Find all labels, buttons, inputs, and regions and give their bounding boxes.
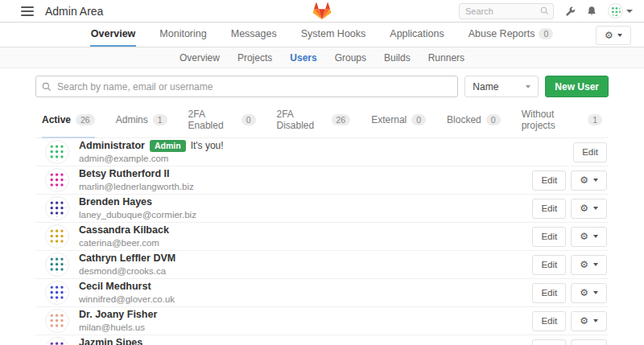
edit-button[interactable]: Edit [532, 283, 566, 303]
user-actions-dropdown-button[interactable]: ⚙ [571, 311, 607, 331]
user-email: milan@huels.us [79, 322, 157, 333]
avatar [45, 196, 69, 220]
chevron-down-icon [593, 319, 598, 322]
notifications-bell-icon[interactable] [586, 6, 597, 17]
user-actions-dropdown-button[interactable]: ⚙ [571, 339, 607, 345]
edit-button[interactable]: Edit [532, 339, 566, 345]
overview-subnav: Overview Projects Users Groups Builds Ru… [0, 47, 644, 68]
subnav-overview[interactable]: Overview [180, 52, 220, 64]
new-user-button[interactable]: New User [545, 76, 609, 97]
user-name[interactable]: Betsy Rutherford II [79, 168, 170, 181]
user-name[interactable]: Cathryn Leffler DVM [79, 253, 175, 265]
avatar [45, 168, 69, 192]
gear-icon: ⚙ [580, 232, 588, 241]
settings-dropdown-button[interactable]: ⚙ [596, 26, 631, 45]
filter-blocked[interactable]: Blocked 0 [447, 105, 501, 138]
user-email: caterina@beer.com [79, 237, 169, 248]
admin-wrench-icon[interactable] [564, 6, 576, 17]
tab-messages[interactable]: Messages [230, 23, 278, 47]
user-name[interactable]: Cecil Medhurst [79, 281, 151, 294]
user-email: laney_dubuque@cormier.biz [79, 209, 196, 220]
chevron-down-icon [593, 207, 598, 210]
hamburger-menu-icon[interactable] [21, 6, 34, 16]
count-badge: 0 [242, 114, 256, 125]
edit-button[interactable]: Edit [532, 255, 566, 275]
count-badge: 0 [411, 114, 426, 125]
filter-2fa-enabled[interactable]: 2FA Enabled 0 [188, 105, 256, 138]
gear-icon: ⚙ [580, 203, 588, 213]
gear-icon: ⚙ [580, 175, 588, 185]
page-title: Admin Area [45, 5, 103, 18]
chevron-down-icon [626, 10, 633, 13]
filter-2fa-disabled[interactable]: 2FA Disabled 26 [277, 105, 351, 138]
edit-button[interactable]: Edit [532, 170, 566, 191]
subnav-builds[interactable]: Builds [384, 52, 411, 64]
user-list: Administrator Admin It's you! admin@exam… [35, 138, 609, 345]
user-row: Administrator Admin It's you! admin@exam… [35, 138, 609, 166]
filter-admins[interactable]: Admins 1 [116, 105, 167, 138]
user-actions-dropdown-button[interactable]: ⚙ [571, 170, 607, 191]
tab-applications[interactable]: Applications [389, 23, 444, 47]
user-search-input[interactable] [35, 76, 458, 97]
edit-button[interactable]: Edit [573, 142, 607, 162]
user-email: desmond@crooks.ca [79, 265, 175, 277]
user-row: Cecil Medhurst winnifred@glover.co.uk Ed… [35, 279, 609, 307]
subnav-users[interactable]: Users [290, 52, 316, 64]
user-row: Cassandra Kilback caterina@beer.com Edit… [35, 223, 609, 251]
gitlab-logo-icon[interactable] [312, 2, 332, 23]
avatar [45, 337, 69, 345]
its-you-note: It's you! [191, 140, 224, 152]
gear-icon: ⚙ [580, 260, 588, 269]
filter-external[interactable]: External 0 [371, 105, 426, 138]
avatar [45, 253, 69, 277]
sort-by-select[interactable]: Name [464, 76, 539, 97]
count-badge: 26 [332, 114, 351, 125]
user-row: Cathryn Leffler DVM desmond@crooks.ca Ed… [35, 251, 609, 279]
tab-system-hooks[interactable]: System Hooks [300, 23, 367, 47]
users-toolbar: Name New User [35, 76, 609, 97]
edit-button[interactable]: Edit [532, 311, 566, 331]
chevron-down-icon [617, 34, 622, 37]
user-name[interactable]: Brenden Hayes [79, 196, 152, 209]
count-badge: 0 [486, 114, 501, 125]
user-actions-dropdown-button[interactable]: ⚙ [571, 199, 607, 219]
edit-button[interactable]: Edit [532, 227, 566, 247]
user-row: Brenden Hayes laney_dubuque@cormier.biz … [35, 195, 609, 223]
user-name[interactable]: Administrator [79, 140, 145, 153]
header-bar: Admin Area [0, 0, 644, 23]
tab-overview[interactable]: Overview [90, 23, 137, 47]
user-email: marlin@lednerlangworth.biz [79, 181, 194, 192]
edit-button[interactable]: Edit [532, 199, 566, 219]
user-name[interactable]: Dr. Joany Fisher [79, 309, 157, 322]
user-actions-dropdown-button[interactable]: ⚙ [571, 255, 607, 275]
count-badge: 1 [588, 114, 602, 125]
tab-monitoring[interactable]: Monitoring [159, 23, 207, 47]
tab-abuse-reports[interactable]: Abuse Reports 0 [468, 23, 555, 47]
filter-without-projects[interactable]: Without projects 1 [522, 105, 602, 138]
user-row: Jazmin Sipes juliet.turner@leannon.co.uk… [35, 335, 609, 345]
subnav-runners[interactable]: Runners [428, 52, 464, 64]
user-name[interactable]: Cassandra Kilback [79, 224, 169, 237]
user-menu[interactable] [608, 3, 633, 18]
search-icon [540, 6, 549, 15]
user-actions-dropdown-button[interactable]: ⚙ [571, 227, 607, 247]
subnav-groups[interactable]: Groups [335, 52, 366, 64]
gear-icon: ⚙ [580, 288, 588, 298]
user-email: winnifred@glover.co.uk [79, 294, 175, 305]
chevron-down-icon [526, 85, 530, 88]
avatar [45, 281, 69, 305]
filter-active[interactable]: Active 26 [42, 105, 95, 138]
abuse-reports-count-badge: 0 [539, 28, 553, 39]
chevron-down-icon [593, 179, 598, 182]
user-row: Dr. Joany Fisher milan@huels.us Edit ⚙ [35, 307, 609, 335]
avatar [45, 309, 69, 333]
user-actions-dropdown-button[interactable]: ⚙ [571, 283, 607, 303]
avatar [45, 140, 69, 164]
count-badge: 1 [153, 114, 167, 125]
gear-icon: ⚙ [605, 31, 613, 40]
avatar [45, 224, 69, 248]
user-row: Betsy Rutherford II marlin@lednerlangwor… [35, 166, 609, 195]
user-name[interactable]: Jazmin Sipes [79, 337, 142, 345]
subnav-projects[interactable]: Projects [237, 52, 272, 64]
chevron-down-icon [593, 291, 598, 294]
